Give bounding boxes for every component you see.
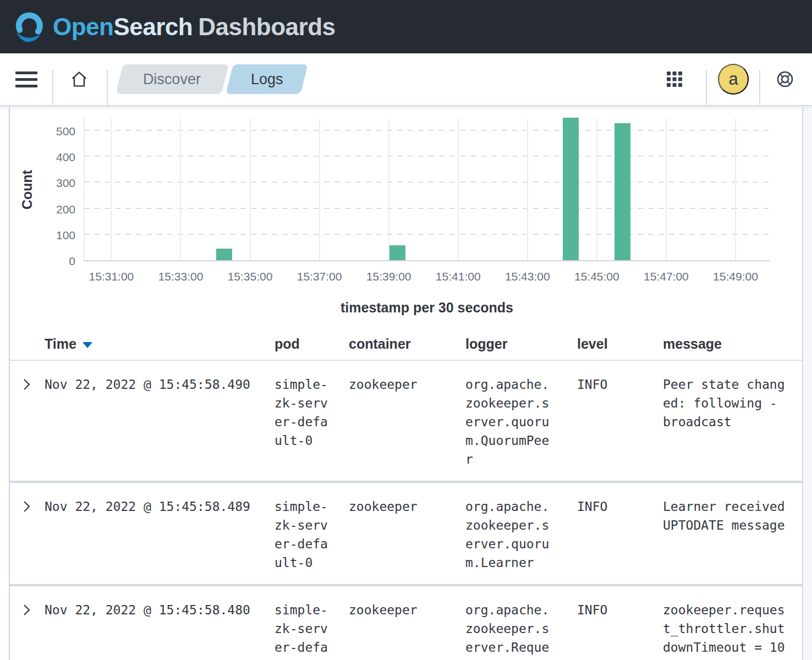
expand-row-chevron-icon[interactable]	[19, 499, 34, 516]
cell-time: Nov 22, 2022 @ 15:45:58.489	[45, 497, 275, 516]
x-tick-label: 15:49:00	[697, 270, 774, 283]
x-tick-label: 15:37:00	[281, 270, 358, 283]
breadcrumb-logs[interactable]: Logs	[226, 64, 308, 94]
y-tick-label: 200	[34, 202, 75, 217]
histogram-bar[interactable]	[389, 245, 405, 260]
x-tick-label: 15:45:00	[558, 270, 635, 283]
cell-pod: simple-zk-server-default-0	[275, 601, 332, 660]
breadcrumb-label: Discover	[143, 71, 201, 88]
v-gridline	[319, 118, 320, 260]
help-icon[interactable]	[771, 70, 799, 89]
v-gridline	[250, 118, 251, 260]
column-header-label: level	[577, 336, 608, 352]
h-gridline	[84, 182, 770, 183]
y-tick-label: 100	[34, 228, 75, 243]
v-gridline	[84, 118, 85, 260]
h-gridline	[84, 156, 770, 157]
cell-logger: org.apache.zookeeper.server.quorum.Learn…	[465, 497, 553, 572]
cell-level: INFO	[577, 375, 663, 394]
cell-pod: simple-zk-server-default-0	[275, 375, 332, 450]
breadcrumbs: Discover Logs	[119, 64, 304, 94]
column-header-level: level	[577, 336, 663, 352]
y-tick-label: 300	[34, 175, 75, 191]
cell-logger: org.apache.zookeeper.server.RequestThrot…	[465, 601, 553, 660]
cell-pod: simple-zk-server-default-0	[275, 497, 332, 572]
column-header-label: logger	[465, 336, 507, 352]
y-tick-label: 500	[34, 124, 75, 139]
column-header-label: pod	[275, 336, 300, 352]
app-header: OpenSearchDashboards	[0, 0, 812, 53]
expand-row-chevron-icon[interactable]	[19, 377, 34, 394]
x-tick-label: 15:41:00	[420, 270, 497, 283]
histogram-bar[interactable]	[216, 249, 232, 260]
cell-time: Nov 22, 2022 @ 15:45:58.480	[45, 601, 275, 619]
nav-divider	[759, 70, 760, 105]
x-tick-label: 15:31:00	[73, 270, 150, 283]
table-body: Nov 22, 2022 @ 15:45:58.490simple-zk-ser…	[10, 361, 802, 660]
x-tick-label: 15:33:00	[142, 270, 219, 283]
avatar-initial: a	[728, 69, 738, 89]
column-header-label: container	[349, 336, 411, 352]
cell-container: zookeeper	[349, 375, 465, 394]
x-tick-label: 15:47:00	[628, 270, 705, 283]
menu-icon[interactable]	[14, 72, 39, 87]
apps-grid-icon[interactable]	[659, 70, 690, 88]
histogram-chart: Count 0100200300400500 15:31:0015:33:001…	[0, 106, 812, 328]
cell-container: zookeeper	[349, 601, 465, 619]
nav-divider	[107, 70, 108, 105]
y-tick-label: 400	[34, 150, 75, 165]
v-gridline	[111, 118, 112, 260]
column-header-label: message	[663, 336, 722, 352]
v-gridline	[180, 118, 181, 260]
cell-container: zookeeper	[349, 497, 465, 516]
h-gridline	[84, 130, 770, 131]
cell-level: INFO	[577, 601, 663, 619]
v-gridline	[458, 118, 459, 260]
y-axis-title: Count	[19, 162, 36, 217]
x-tick-label: 15:39:00	[350, 270, 427, 283]
home-icon[interactable]	[63, 69, 96, 89]
brand-dashboards: Dashboards	[198, 13, 335, 40]
cell-logger: org.apache.zookeeper.server.quorum.Quoru…	[465, 375, 553, 469]
cell-message: Learner received UPTODATE message	[663, 497, 788, 535]
cell-time: Nov 22, 2022 @ 15:45:58.490	[45, 375, 275, 394]
table-row: Nov 22, 2022 @ 15:45:58.480simple-zk-ser…	[10, 584, 802, 660]
breadcrumb-label: Logs	[251, 71, 283, 88]
histogram-plot	[84, 118, 770, 261]
cell-message: zookeeper.request_throttler.shutdownTime…	[663, 601, 788, 660]
v-gridline	[666, 118, 667, 260]
v-gridline	[388, 118, 389, 260]
cell-message: Peer state changed: following - broadcas…	[663, 375, 788, 431]
expand-row-chevron-icon[interactable]	[19, 602, 34, 619]
column-header-label: Time	[45, 336, 76, 352]
column-header-logger: logger	[465, 336, 577, 352]
h-gridline	[84, 234, 770, 235]
histogram-bar[interactable]	[615, 123, 630, 260]
table-row: Nov 22, 2022 @ 15:45:58.490simple-zk-ser…	[10, 361, 802, 481]
x-tick-label: 15:43:00	[489, 270, 566, 283]
log-table: Timepodcontainerloggerlevelmessage Nov 2…	[10, 328, 802, 660]
cell-level: INFO	[577, 497, 663, 516]
opensearch-logo-icon	[13, 11, 45, 43]
breadcrumb-discover[interactable]: Discover	[116, 64, 228, 94]
v-gridline	[527, 118, 528, 260]
discover-panel: Count 0100200300400500 15:31:0015:33:001…	[0, 106, 812, 660]
brand-open: Open	[53, 13, 113, 40]
column-header-message: message	[663, 336, 802, 352]
x-axis-title: timestamp per 30 seconds	[84, 300, 770, 316]
table-row: Nov 22, 2022 @ 15:45:58.489simple-zk-ser…	[10, 481, 802, 584]
column-header-pod: pod	[275, 336, 349, 352]
column-header-container: container	[349, 336, 465, 352]
x-tick-label: 15:35:00	[212, 270, 289, 283]
v-gridline	[596, 118, 597, 260]
sort-desc-icon[interactable]	[83, 342, 92, 348]
y-tick-label: 0	[34, 254, 75, 269]
avatar[interactable]: a	[718, 64, 749, 95]
nav-divider	[52, 70, 53, 105]
nav-divider	[706, 70, 707, 105]
toolbar: Discover Logs a	[0, 53, 812, 106]
v-gridline	[735, 118, 736, 260]
histogram-bar[interactable]	[563, 118, 579, 260]
column-header-time[interactable]: Time	[45, 336, 275, 352]
table-header-row: Timepodcontainerloggerlevelmessage	[10, 328, 802, 361]
